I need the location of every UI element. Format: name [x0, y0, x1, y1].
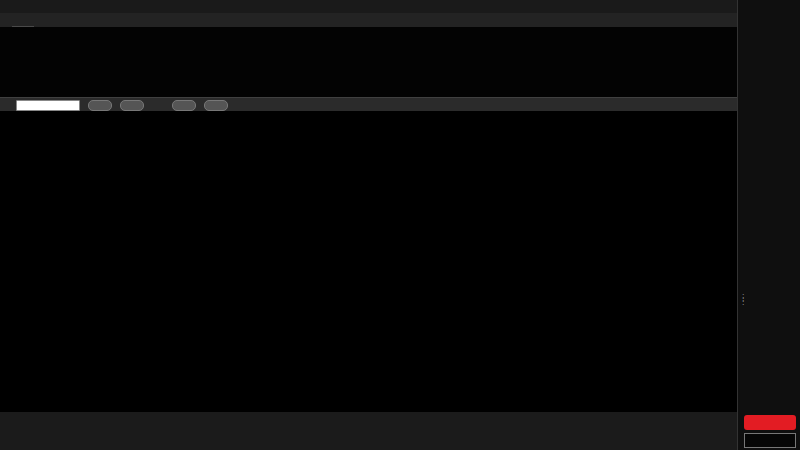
settings-bar [0, 412, 800, 450]
oscilloscope-app: ⋮⋮ [0, 0, 800, 450]
tab-strip [0, 13, 737, 28]
v-zoom-plus-button[interactable] [172, 100, 196, 111]
panel-drag-handle[interactable]: ⋮⋮ [739, 296, 747, 304]
right-sidebar: ⋮⋮ [737, 0, 800, 450]
h-zoom-scale-input[interactable] [16, 100, 80, 111]
datetime-display [744, 433, 796, 448]
h-zoom-plus-button[interactable] [88, 100, 112, 111]
preview-button[interactable] [744, 415, 796, 430]
zoomed-waveform-panels [0, 111, 737, 412]
v-zoom-minus-button[interactable] [204, 100, 228, 111]
overview-waveform[interactable] [0, 27, 737, 97]
zoom-toolbar [0, 97, 737, 112]
menu-bar [0, 0, 737, 13]
h-zoom-minus-button[interactable] [120, 100, 144, 111]
